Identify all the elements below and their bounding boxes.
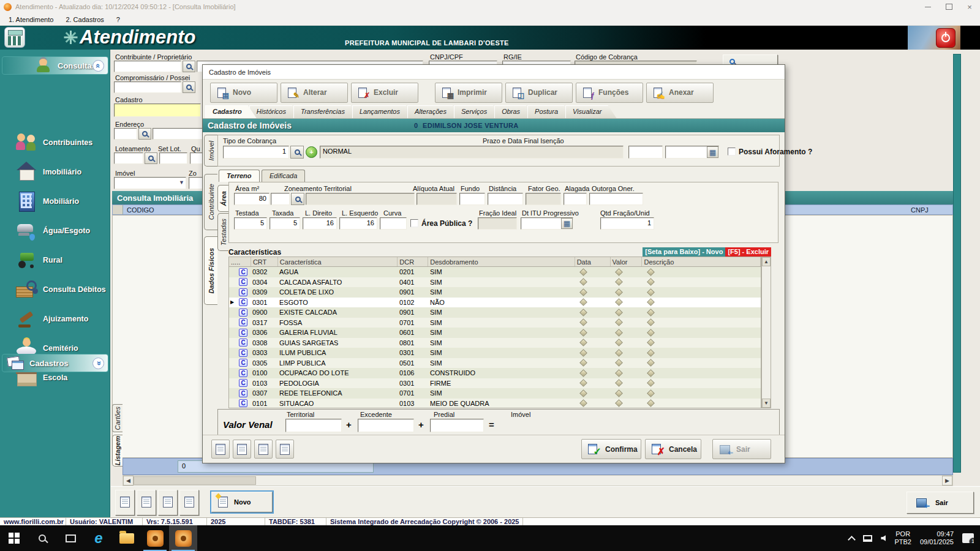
tag-icon[interactable] xyxy=(647,339,655,347)
tag-icon[interactable] xyxy=(615,379,623,387)
start-button[interactable] xyxy=(0,525,28,551)
characteristic-icon[interactable]: C xyxy=(239,329,247,337)
power-button[interactable] xyxy=(936,28,956,48)
tag-icon[interactable] xyxy=(579,318,587,326)
dialog-sair-button[interactable]: Sair xyxy=(712,439,771,459)
testada-input[interactable]: 5 xyxy=(234,217,267,230)
tray-chevron-icon[interactable] xyxy=(848,536,856,544)
sair-button[interactable]: Sair xyxy=(907,492,974,514)
tag-icon[interactable] xyxy=(615,359,623,367)
table-row[interactable]: C0101SITUACAO0103MEIO DE QUADRA xyxy=(229,399,761,409)
excluir-toolbar-button[interactable]: Excluir xyxy=(351,83,418,103)
characteristic-icon[interactable]: C xyxy=(239,309,247,317)
loteamento-search-button[interactable] xyxy=(145,152,157,164)
table-row[interactable]: C0100OCUPACAO DO LOTE0106CONSTRUIDO xyxy=(229,368,761,378)
tag-icon[interactable] xyxy=(615,339,623,347)
table-row[interactable]: C0317FOSSA0701SIM xyxy=(229,318,761,328)
area-publica-checkbox[interactable] xyxy=(410,219,418,227)
prazo-input[interactable] xyxy=(628,146,663,159)
tag-icon[interactable] xyxy=(579,278,587,286)
distancia-input[interactable] xyxy=(488,193,523,205)
sidebar-group-consultas[interactable]: Consultas « xyxy=(2,56,108,75)
area-m2-input[interactable]: 80 xyxy=(234,193,270,205)
tab-historicos[interactable]: Históricos xyxy=(249,105,301,118)
imprimir-toolbar-button[interactable]: Imprimir xyxy=(435,83,502,103)
characteristic-icon[interactable]: C xyxy=(239,268,247,276)
tag-icon[interactable] xyxy=(615,278,623,286)
tag-icon[interactable] xyxy=(579,389,587,397)
tag-icon[interactable] xyxy=(579,349,587,357)
contribuinte-search-button[interactable] xyxy=(183,61,195,72)
tag-icon[interactable] xyxy=(647,318,655,326)
characteristic-icon[interactable]: C xyxy=(239,369,247,377)
tag-icon[interactable] xyxy=(647,389,655,397)
cancela-button[interactable]: Cancela xyxy=(645,439,701,459)
tab-transferencias[interactable]: Transferências xyxy=(293,105,360,118)
tag-icon[interactable] xyxy=(647,369,655,377)
table-row[interactable]: C0900EXISTE CALCADA0901SIM xyxy=(229,307,761,318)
endereco-codigo-input[interactable] xyxy=(114,128,137,140)
aux-button-4[interactable] xyxy=(276,440,294,459)
nav-first-button[interactable]: « xyxy=(115,490,135,515)
file-explorer-button[interactable] xyxy=(113,525,141,551)
dialog-title-bar[interactable]: Cadastro de Imóveis xyxy=(203,65,785,80)
tag-icon[interactable] xyxy=(579,359,587,367)
aux-button-1[interactable] xyxy=(211,440,230,459)
table-row[interactable]: C0307REDE TELEFONICA0701SIM xyxy=(229,388,761,399)
tag-icon[interactable] xyxy=(579,309,587,317)
tag-icon[interactable] xyxy=(615,389,623,397)
sidebar-item-contribuintes[interactable]: Contribuintes xyxy=(0,128,110,157)
tag-icon[interactable] xyxy=(615,268,623,276)
ldireito-input[interactable]: 16 xyxy=(303,217,337,230)
tab-area[interactable]: Área xyxy=(217,185,228,212)
outorga-input[interactable] xyxy=(589,193,643,205)
novo-button[interactable]: Novo xyxy=(211,492,273,512)
table-row[interactable]: C0103PEDOLOGIA0301FIRME xyxy=(229,378,761,389)
curva-input[interactable] xyxy=(380,217,407,230)
characteristic-icon[interactable]: C xyxy=(239,379,247,387)
minimize-button[interactable] xyxy=(918,0,938,13)
table-row[interactable]: C0309COLETA DE LIXO0901SIM xyxy=(229,287,761,298)
sidebar-item-ajuizamento[interactable]: Ajuizamento xyxy=(0,304,110,334)
tag-icon[interactable] xyxy=(579,288,587,296)
zona-input[interactable] xyxy=(189,177,203,189)
tag-icon[interactable] xyxy=(615,399,623,407)
tipo-cobranca-search-button[interactable] xyxy=(290,146,304,159)
nav-refresh-button[interactable]: ↻ xyxy=(179,490,199,515)
notification-icon[interactable]: 1 xyxy=(962,533,974,543)
aforamento-checkbox[interactable] xyxy=(728,148,736,156)
expand-chevron-icon[interactable]: « xyxy=(92,358,104,369)
speaker-icon[interactable] xyxy=(881,535,886,541)
table-row[interactable]: C0304CALCADA ASFALTO0401SIM xyxy=(229,277,761,288)
setlot-input[interactable] xyxy=(159,152,187,164)
sidebar-item-mobiliario[interactable]: Mobiliário xyxy=(0,187,110,216)
aux-button-2[interactable] xyxy=(233,440,251,459)
territorial-input[interactable] xyxy=(285,419,342,432)
scroll-right-button[interactable]: ▶ xyxy=(942,476,952,485)
tab-visualizar[interactable]: Visualizar xyxy=(565,105,617,118)
sidebar-item-rural[interactable]: Rural xyxy=(0,246,110,275)
tipo-cobranca-input[interactable]: 1 xyxy=(223,146,289,159)
tag-icon[interactable] xyxy=(615,349,623,357)
tag-icon[interactable] xyxy=(647,379,655,387)
add-button[interactable] xyxy=(306,146,317,158)
calendar-icon[interactable] xyxy=(707,146,718,158)
tag-icon[interactable] xyxy=(579,399,587,407)
characteristic-icon[interactable]: C xyxy=(239,278,247,286)
tag-icon[interactable] xyxy=(647,309,655,317)
tag-icon[interactable] xyxy=(579,339,587,347)
close-button[interactable]: × xyxy=(959,0,980,13)
endereco-input[interactable] xyxy=(153,128,203,140)
tag-icon[interactable] xyxy=(647,399,655,407)
sidebar-group-cadastros[interactable]: Cadastros « xyxy=(2,354,108,372)
characteristic-icon[interactable]: C xyxy=(239,389,247,397)
table-row[interactable]: C0305LIMP PUBLICA0501SIM xyxy=(229,358,761,369)
sidebar-item-agua-esgoto[interactable]: Água/Esgoto xyxy=(0,216,110,246)
duplicar-toolbar-button[interactable]: Duplicar xyxy=(505,83,573,103)
compromissario-search-button[interactable] xyxy=(183,81,195,93)
cadastro-input[interactable] xyxy=(114,103,201,117)
table-row[interactable]: ▶C0301ESGOTO0102NÃO xyxy=(229,298,761,308)
maximize-button[interactable] xyxy=(938,0,959,13)
excedente-input[interactable] xyxy=(358,419,414,432)
caracteristicas-grid-body[interactable]: C0302AGUA0201SIMC0304CALCADA ASFALTO0401… xyxy=(228,267,761,408)
